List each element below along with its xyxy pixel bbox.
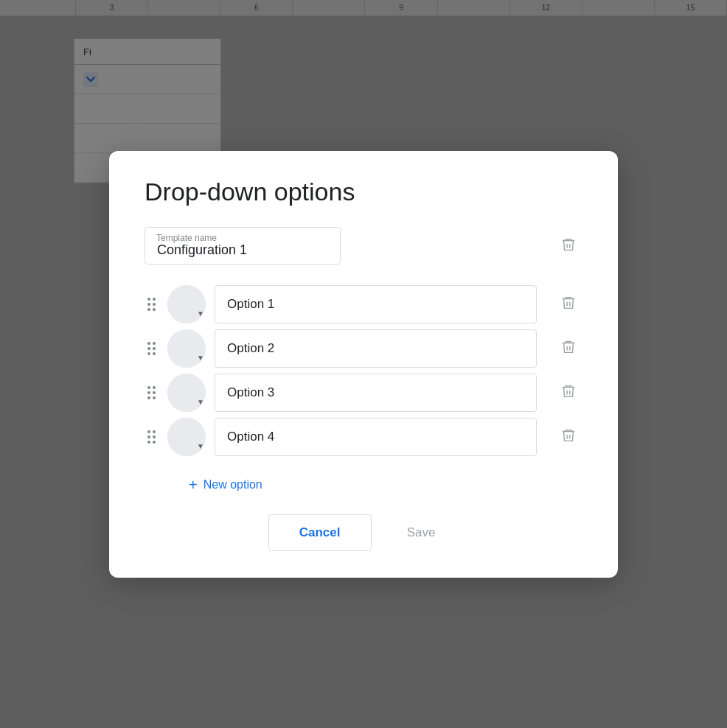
options-list: ▼ [145, 285, 582, 456]
chevron-down-icon-4: ▼ [197, 442, 204, 450]
color-picker-button-4[interactable]: ▼ [167, 418, 206, 456]
option-row-1: ▼ [145, 285, 582, 323]
template-name-label: Template name [156, 233, 217, 243]
modal-footer: Cancel Save [145, 514, 582, 551]
chevron-down-icon-3: ▼ [197, 398, 204, 406]
new-option-label: New option [204, 478, 262, 491]
modal-overlay: Drop-down options Template name [0, 0, 727, 728]
drag-handle-3[interactable] [145, 383, 159, 402]
template-name-wrapper: Template name [145, 227, 582, 265]
option-delete-button-3[interactable] [554, 377, 582, 407]
option-input-2[interactable] [215, 329, 537, 368]
chevron-down-icon-1: ▼ [197, 309, 204, 318]
color-circle-4 [167, 418, 206, 456]
trash-icon-3 [560, 391, 577, 402]
drag-handle-2[interactable] [145, 339, 159, 358]
cancel-button[interactable]: Cancel [268, 514, 372, 551]
trash-icon [560, 244, 577, 255]
modal-title: Drop-down options [145, 178, 582, 206]
option-delete-button-4[interactable] [554, 421, 582, 452]
modal-dialog: Drop-down options Template name [109, 151, 618, 578]
template-name-field-container: Template name [145, 227, 546, 265]
template-delete-button[interactable] [554, 231, 582, 261]
option-row-4: ▼ [145, 418, 582, 456]
drag-handle-1[interactable] [145, 295, 159, 314]
option-input-1[interactable] [215, 285, 537, 323]
drag-handle-4[interactable] [145, 427, 159, 447]
new-option-button[interactable]: + New option [189, 471, 262, 500]
option-row-3: ▼ [145, 374, 582, 412]
option-delete-button-1[interactable] [554, 289, 582, 319]
color-circle-3 [167, 374, 206, 412]
trash-icon-4 [560, 435, 577, 446]
option-input-3[interactable] [215, 374, 537, 412]
color-picker-button-3[interactable]: ▼ [167, 374, 206, 412]
option-row-2: ▼ [145, 329, 582, 368]
option-delete-button-2[interactable] [554, 333, 582, 363]
color-picker-button-1[interactable]: ▼ [167, 285, 206, 323]
trash-icon-1 [560, 302, 577, 313]
color-circle-1 [167, 285, 206, 323]
save-button[interactable]: Save [383, 514, 459, 551]
color-circle-2 [167, 329, 206, 368]
option-input-4[interactable] [215, 418, 537, 456]
chevron-down-icon-2: ▼ [197, 354, 204, 362]
plus-icon: + [189, 477, 198, 494]
color-picker-button-2[interactable]: ▼ [167, 329, 206, 368]
trash-icon-2 [560, 346, 577, 357]
